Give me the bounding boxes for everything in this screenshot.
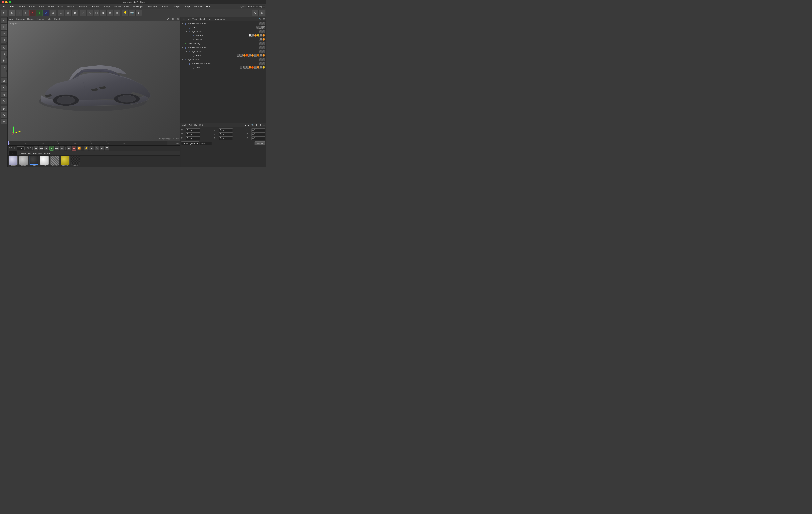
world-space[interactable]: ⊛ — [50, 9, 56, 16]
obj-wheel-expand[interactable] — [189, 38, 192, 41]
attr-x-size[interactable] — [219, 128, 233, 132]
point-btn[interactable]: ◉ — [100, 9, 107, 16]
obj-door-expand[interactable] — [189, 66, 192, 69]
obj-symmetry-expand[interactable]: ▼ — [185, 30, 188, 33]
obj-body-expand[interactable] — [189, 54, 192, 57]
vp-menu-panel[interactable]: Panel — [54, 18, 60, 20]
mat-window[interactable]: window — [50, 156, 60, 167]
attr-y-pos[interactable] — [186, 132, 200, 136]
prev-frame-btn[interactable]: ◀ — [44, 146, 49, 151]
paint-tool[interactable]: 🖌 — [1, 106, 7, 112]
menu-mesh[interactable]: Mesh — [46, 5, 55, 8]
menu-snap[interactable]: Snap — [56, 5, 64, 8]
spline-tool[interactable]: S — [1, 85, 7, 91]
go-end-btn[interactable]: ⏭ — [60, 146, 64, 151]
tag-sym3-render[interactable]: ✓ — [262, 58, 265, 61]
attr-menu-edit[interactable]: Edit — [189, 124, 193, 127]
mat-carpaint[interactable]: Car Pain... — [60, 156, 70, 167]
mat-lightcoat[interactable]: Light co... — [19, 156, 28, 167]
attr-h-rot[interactable] — [251, 128, 265, 132]
tag-sky-vis[interactable]: ✓ — [259, 43, 262, 45]
deformer-tool[interactable]: ◎ — [1, 91, 7, 98]
tag-sym3-vis[interactable]: ✓ — [259, 58, 262, 61]
attr-back[interactable]: ◀ — [244, 124, 246, 127]
vp-menu-view[interactable]: View — [9, 18, 13, 20]
obj-settings[interactable]: ⚙ — [263, 18, 265, 20]
window-controls[interactable] — [2, 1, 11, 3]
obj-menu-file[interactable]: File — [182, 18, 185, 20]
tag-subdiv2-render[interactable]: ✓ — [262, 46, 265, 49]
attr-b-rot[interactable] — [251, 136, 265, 140]
menu-mograph[interactable]: MoGraph — [132, 5, 145, 8]
mat-menu-create[interactable]: Create — [20, 152, 26, 155]
edge-btn[interactable]: ⬡ — [93, 9, 100, 16]
camera-btn[interactable]: 📷 — [129, 9, 135, 16]
extrude-tool[interactable]: ⊞ — [1, 78, 7, 84]
play-fwd-btn[interactable]: ▶ — [49, 146, 54, 151]
current-frame-input[interactable] — [17, 146, 25, 151]
object-btn[interactable]: ◎ — [80, 9, 86, 16]
attr-search[interactable]: 🔍 — [251, 124, 254, 127]
obj-symmetry3-expand[interactable]: ▼ — [181, 58, 184, 61]
tag-render[interactable]: ✓ — [262, 22, 265, 25]
menu-tools[interactable]: Tools — [37, 5, 46, 8]
obj-symmetry2-expand[interactable]: ▼ — [185, 50, 188, 53]
undo-button[interactable]: ↩ — [1, 9, 7, 16]
obj-subdiv3-expand[interactable] — [185, 62, 188, 65]
attr-settings3[interactable]: ☰ — [263, 124, 265, 127]
timeline-track[interactable]: 0 5 10 15 20 25 30 35 — [8, 141, 168, 145]
coord-x[interactable]: X — [29, 9, 36, 16]
obj-wheel[interactable]: ○ Wheel — [180, 37, 266, 42]
menu-window[interactable]: Window — [193, 5, 204, 8]
menu-plugins[interactable]: Plugins — [171, 5, 182, 8]
menu-file[interactable]: File — [1, 5, 8, 8]
obj-symmetry3[interactable]: ▼ ⇔ Symmetry.1 ✓ ✓ — [180, 58, 266, 62]
bridge-tool[interactable]: ⌒ — [1, 71, 7, 77]
tag-sym-vis[interactable]: ✓ — [259, 30, 262, 33]
tool-rotate[interactable]: ○ — [23, 9, 29, 16]
obj-plane-expand[interactable] — [185, 26, 188, 29]
vp-close[interactable]: ✕ — [177, 18, 179, 21]
obj-subdiv3[interactable]: ◈ Subdivision Surface.1 ✓ ✓ — [180, 62, 266, 65]
attr-y-size[interactable] — [219, 132, 233, 136]
coord-y[interactable]: Y — [36, 9, 42, 16]
attr-settings1[interactable]: ⚙ — [256, 124, 258, 127]
material-tool[interactable]: ⊗ — [1, 118, 7, 125]
scale-tool[interactable]: ⊡ — [1, 37, 7, 43]
attr-z-size[interactable] — [219, 136, 233, 140]
apply-button[interactable]: Apply — [255, 141, 265, 145]
menu-character[interactable]: Character — [145, 5, 159, 8]
minimize-button[interactable] — [5, 1, 8, 3]
key-all-btn[interactable]: 🔑 — [84, 146, 88, 151]
obj-menu-view[interactable]: View — [192, 18, 197, 20]
move-tool[interactable]: ✛ — [1, 24, 7, 30]
preview-btn[interactable]: 📽 — [100, 146, 104, 151]
maximize-button[interactable] — [9, 1, 11, 3]
next-frame-btn[interactable]: ▶▶ — [55, 146, 59, 151]
sculpt-tool[interactable]: ◑ — [1, 112, 7, 118]
attr-up[interactable]: ▲ — [248, 124, 250, 127]
rotate-tool[interactable]: ↻ — [1, 30, 7, 36]
attr-menu-mode[interactable]: Mode — [182, 124, 187, 127]
record-btn[interactable]: ⏺ — [71, 9, 78, 16]
tag-sym2-vis[interactable]: ✓ — [259, 50, 262, 53]
obj-physicalsky-expand[interactable] — [181, 42, 184, 45]
tag-sym2-render[interactable]: ✓ — [262, 50, 265, 53]
magnet-btn[interactable]: ⊗ — [114, 9, 120, 16]
tag-door-vis[interactable]: ✓ — [240, 66, 242, 69]
key-sel-btn[interactable]: ◈ — [89, 146, 94, 151]
tag-subdiv2-vis[interactable]: ✓ — [259, 46, 262, 49]
light-btn[interactable]: 💡 — [122, 9, 128, 16]
timeline-opts-btn[interactable]: ☰ — [105, 146, 109, 151]
obj-symmetry2[interactable]: ▼ ⇔ Symmetry ✓ ✓ — [180, 50, 266, 54]
loop-btn[interactable]: 🔁 — [77, 146, 82, 151]
vp-settings[interactable]: ⚙ — [172, 18, 174, 21]
menu-script[interactable]: Script — [183, 5, 192, 8]
prev-key-btn[interactable]: ◀◀ — [39, 146, 44, 151]
close-button[interactable] — [2, 1, 4, 3]
render-view-btn[interactable]: 🖥 — [259, 9, 265, 16]
menu-edit[interactable]: Edit — [8, 5, 16, 8]
menu-select[interactable]: Select — [27, 5, 36, 8]
layout-select[interactable]: Startup (User) — [247, 5, 265, 8]
render-settings-btn[interactable]: ⚙ — [252, 9, 259, 16]
